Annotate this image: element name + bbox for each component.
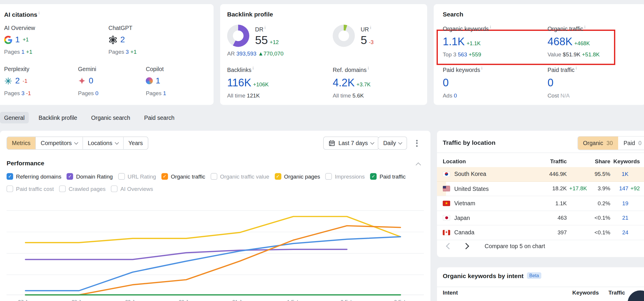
organic-traffic-block: Organic traffici 468K +468K Value $51.9K… — [548, 25, 600, 58]
column-share: Share — [587, 158, 610, 164]
kebab-menu-icon[interactable] — [413, 139, 421, 148]
keywords-link[interactable]: 1K — [610, 171, 628, 177]
keywords-link[interactable]: 21 — [610, 215, 628, 221]
card-backlink-profile: Backlink profile DRi 55 +12 AR 393,593 ▲… — [220, 4, 427, 105]
top3-count[interactable]: 563 — [458, 51, 467, 58]
metric-toggles-row-1: ✓Referring domains ✓Domain Rating URL Ra… — [6, 173, 406, 180]
openai-logo-icon — [109, 35, 118, 44]
flag-south-korea-icon — [443, 171, 450, 177]
flag-united-states-icon — [443, 186, 450, 191]
report-tabs: General Backlink profile Organic search … — [0, 112, 179, 123]
copilot-count[interactable]: 1 — [156, 76, 160, 85]
next-page-icon[interactable] — [463, 243, 469, 249]
tab-backlink-profile[interactable]: Backlink profile — [34, 112, 81, 123]
metric-checkbox-crawled-pages[interactable]: Crawled pages — [59, 186, 106, 192]
checkbox-unchecked-icon — [59, 186, 66, 192]
dr-donut-chart — [227, 25, 249, 47]
ur-block: URi 5 -3 — [333, 25, 373, 47]
pages-count[interactable]: 3 — [126, 49, 129, 55]
table-row-united-states[interactable]: United States 18.2K +17.8K 3.9% 147 +92 — [437, 181, 644, 196]
metric-checkbox-organic-traffic[interactable]: ✓Organic traffic — [161, 173, 205, 180]
metric-checkbox-ai-overviews[interactable]: AI Overviews — [111, 186, 153, 192]
location-table-footer: Compare top 5 on chart — [447, 243, 545, 249]
perplexity-count[interactable]: 2 — [15, 76, 20, 85]
chart-line-referring-domains — [26, 237, 401, 291]
chevron-down-icon — [398, 140, 402, 144]
pages-count[interactable]: 3 — [21, 90, 25, 96]
keywords-link[interactable]: 147 — [610, 186, 628, 192]
pages-count[interactable]: 1 — [163, 90, 166, 96]
chart-line-domain-rating — [26, 249, 347, 259]
ai-overview-count[interactable]: 1 — [15, 35, 20, 44]
chatgpt-count[interactable]: 2 — [120, 35, 125, 44]
copilot-logo-icon — [146, 77, 153, 84]
paid-keywords-value[interactable]: 0 — [443, 76, 449, 89]
metric-checkbox-paid-traffic[interactable]: ✓Paid traffic — [370, 173, 406, 180]
checkbox-unchecked-icon — [6, 186, 13, 192]
checkbox-unchecked-icon — [211, 173, 217, 180]
metric-checkbox-impressions[interactable]: Impressions — [326, 173, 365, 180]
chart-filter-group: Metrics Competitors Locations Years — [6, 137, 148, 150]
pages-count[interactable]: 0 — [95, 90, 99, 96]
metric-checkbox-organic-pages[interactable]: ✓Organic pages — [274, 173, 320, 180]
info-icon: i — [368, 66, 369, 70]
tab-organic-search[interactable]: Organic search — [87, 112, 134, 123]
performance-panel: Metrics Competitors Locations Years Last… — [0, 131, 431, 301]
tab-paid-search[interactable]: Paid search — [140, 112, 179, 123]
toggle-paid[interactable]: Paid0 — [618, 137, 644, 150]
table-row-japan[interactable]: Japan 463 <0.1% 21 — [437, 211, 644, 226]
paid-traffic-value[interactable]: 0 — [548, 76, 553, 89]
info-icon: i — [265, 26, 265, 30]
organic-keywords-value[interactable]: 1.1K — [443, 35, 465, 48]
metric-checkbox-url-rating[interactable]: URL Rating — [118, 173, 156, 180]
pages-count[interactable]: 1 — [21, 49, 25, 55]
checkbox-checked-icon: ✓ — [6, 173, 13, 180]
intent-table-header: Intent Keywords Traffic — [437, 290, 644, 301]
chevron-down-icon — [115, 140, 119, 144]
info-icon: i — [576, 66, 577, 70]
ar-value[interactable]: 393,593 — [236, 51, 256, 57]
x-axis-label: 31 Jan — [232, 299, 247, 301]
compare-top5-label: Compare top 5 on chart — [485, 243, 545, 249]
collapse-chevron-icon[interactable] — [416, 162, 421, 168]
keywords-link[interactable]: 19 — [610, 200, 628, 206]
traffic-by-location-title: Traffic by location — [443, 139, 496, 146]
column-keywords: Keywords — [610, 158, 640, 164]
toggle-organic[interactable]: Organic30 — [578, 137, 618, 150]
competitors-dropdown[interactable]: Competitors — [36, 137, 83, 149]
chevron-down-icon — [74, 140, 78, 144]
checkbox-unchecked-icon — [326, 173, 332, 180]
backlink-profile-title: Backlink profile — [227, 11, 273, 18]
backlinks-value[interactable]: 116K — [227, 76, 251, 89]
ar-line: AR 393,593 ▲770,070 — [227, 51, 283, 57]
keywords-by-intent-title: Organic keywords by intentBeta — [443, 272, 542, 280]
years-button[interactable]: Years — [123, 137, 148, 149]
metric-checkbox-paid-traffic-cost[interactable]: Paid traffic cost — [6, 186, 54, 192]
keywords-by-intent-panel: Organic keywords by intentBeta Intent Ke… — [437, 267, 644, 301]
prev-page-icon[interactable] — [446, 243, 453, 249]
info-icon: i — [38, 11, 39, 15]
checkbox-unchecked-icon — [118, 173, 125, 180]
metric-checkbox-referring-domains[interactable]: ✓Referring domains — [6, 173, 61, 180]
metric-checkbox-domain-rating[interactable]: ✓Domain Rating — [67, 173, 113, 180]
table-row-south-korea[interactable]: South Korea 446.9K 95.5% 1K — [437, 167, 644, 182]
date-range-dropdown[interactable]: Last 7 days — [323, 137, 379, 150]
chart-line-organic-traffic — [26, 226, 401, 295]
metric-checkbox-organic-traffic-value[interactable]: Organic traffic value — [211, 173, 269, 180]
locations-dropdown[interactable]: Locations — [83, 137, 123, 149]
tab-general[interactable]: General — [0, 112, 29, 123]
metrics-button[interactable]: Metrics — [7, 137, 36, 149]
gemini-count[interactable]: 0 — [89, 76, 94, 85]
beta-badge: Beta — [527, 272, 541, 279]
ref-domains-value[interactable]: 4.2K — [333, 76, 355, 89]
table-row-canada[interactable]: Canada 397 <0.1% 24 — [437, 225, 644, 240]
dashboard-page: AI citationsi AI Overview 1 +1 Pages 1 +… — [0, 0, 644, 301]
ai-citations-title: AI citationsi — [4, 11, 40, 18]
keywords-link[interactable]: 24 — [610, 229, 628, 236]
info-icon: i — [253, 66, 254, 70]
delta: +1 — [23, 37, 29, 43]
organic-traffic-value[interactable]: 468K — [548, 35, 572, 48]
table-row-vietnam[interactable]: Vietnam 1.1K 0.2% 19 — [437, 196, 644, 211]
info-icon: i — [584, 25, 585, 29]
granularity-dropdown[interactable]: Daily — [378, 137, 407, 150]
